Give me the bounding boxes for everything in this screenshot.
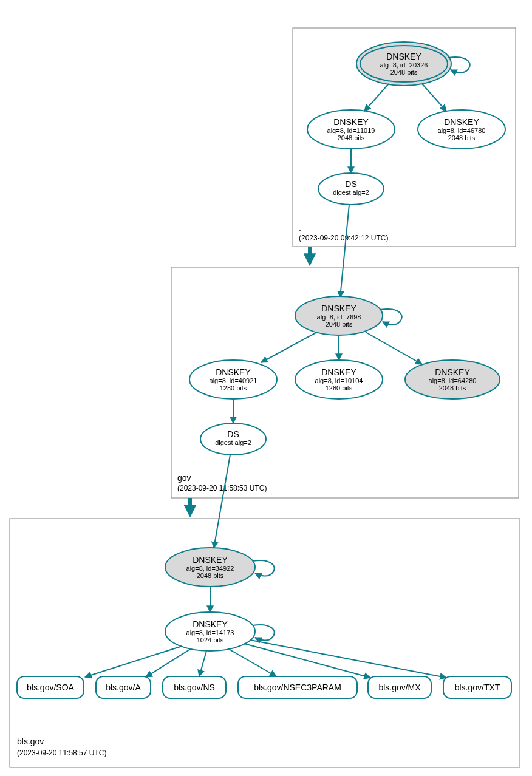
- rrset-ns: bls.gov/NS: [163, 676, 226, 698]
- rrset-nsec3param: bls.gov/NSEC3PARAM: [238, 676, 357, 698]
- edge-zsk-to-soa: [85, 646, 182, 677]
- node-gov-zsk-40921: DNSKEY alg=8, id=40921 1280 bits: [189, 360, 277, 399]
- zone-root: . (2023-09-20 09:42:12 UTC) DNSKEY alg=8…: [293, 28, 516, 247]
- node-gov-ds: DS digest alg=2: [200, 423, 266, 455]
- svg-text:DS: DS: [227, 429, 239, 439]
- svg-text:2048 bits: 2048 bits: [439, 384, 466, 392]
- rrset-soa: bls.gov/SOA: [17, 676, 84, 698]
- svg-text:2048 bits: 2048 bits: [390, 69, 418, 76]
- edge-gov-ds-to-bls-ksk: [214, 455, 230, 548]
- svg-text:DNSKEY: DNSKEY: [321, 304, 356, 313]
- node-root-zsk-11019: DNSKEY alg=8, id=11019 2048 bits: [307, 110, 395, 149]
- svg-text:bls.gov/NSEC3PARAM: bls.gov/NSEC3PARAM: [254, 682, 341, 692]
- svg-text:alg=8, id=64280: alg=8, id=64280: [429, 377, 477, 384]
- rrset-mx: bls.gov/MX: [368, 676, 431, 698]
- svg-text:2048 bits: 2048 bits: [338, 134, 365, 141]
- svg-text:DNSKEY: DNSKEY: [193, 555, 228, 565]
- zone-gov-label: gov: [177, 473, 191, 483]
- svg-text:alg=8, id=10104: alg=8, id=10104: [315, 377, 363, 384]
- svg-text:bls.gov/SOA: bls.gov/SOA: [27, 682, 74, 692]
- svg-text:2048 bits: 2048 bits: [448, 134, 476, 141]
- svg-text:alg=8, id=11019: alg=8, id=11019: [327, 127, 375, 134]
- svg-text:1024 bits: 1024 bits: [197, 636, 224, 644]
- dnssec-chain-diagram: . (2023-09-20 09:42:12 UTC) DNSKEY alg=8…: [0, 0, 532, 776]
- node-gov-ksk: DNSKEY alg=8, id=7698 2048 bits: [295, 296, 383, 335]
- svg-text:DNSKEY: DNSKEY: [435, 367, 470, 377]
- zone-gov-timestamp: (2023-09-20 11:58:53 UTC): [177, 484, 267, 492]
- svg-text:DNSKEY: DNSKEY: [333, 117, 369, 127]
- edge-root-ksk-to-zsk2: [422, 84, 446, 111]
- svg-text:bls.gov/TXT: bls.gov/TXT: [455, 682, 500, 692]
- svg-text:1280 bits: 1280 bits: [326, 384, 353, 392]
- edge-gov-ksk-to-zsk1: [261, 333, 316, 362]
- node-gov-zsk-10104: DNSKEY alg=8, id=10104 1280 bits: [295, 360, 383, 399]
- svg-text:2048 bits: 2048 bits: [326, 321, 353, 328]
- svg-text:bls.gov/NS: bls.gov/NS: [174, 682, 215, 692]
- edge-bls-zsk-self: [253, 625, 275, 641]
- svg-text:alg=8, id=14173: alg=8, id=14173: [186, 629, 234, 636]
- svg-text:DNSKEY: DNSKEY: [193, 619, 228, 629]
- svg-text:DNSKEY: DNSKEY: [321, 367, 356, 377]
- svg-text:2048 bits: 2048 bits: [197, 572, 224, 579]
- edge-root-ksk-to-zsk1: [364, 84, 389, 111]
- svg-text:alg=8, id=40921: alg=8, id=40921: [210, 377, 257, 384]
- svg-text:bls.gov/MX: bls.gov/MX: [378, 682, 421, 692]
- svg-text:alg=8, id=20326: alg=8, id=20326: [380, 61, 428, 69]
- svg-text:alg=8, id=46780: alg=8, id=46780: [438, 127, 486, 134]
- node-root-ksk: DNSKEY alg=8, id=20326 2048 bits: [356, 42, 451, 86]
- edge-gov-ksk-self: [380, 309, 402, 325]
- svg-text:1280 bits: 1280 bits: [220, 384, 247, 392]
- edge-zsk-to-a: [146, 648, 191, 677]
- svg-text:DNSKEY: DNSKEY: [386, 52, 421, 61]
- edge-bls-ksk-self: [253, 560, 275, 576]
- edge-gov-ksk-to-ksk2: [366, 332, 422, 364]
- node-bls-ksk: DNSKEY alg=8, id=34922 2048 bits: [165, 548, 255, 587]
- svg-text:digest alg=2: digest alg=2: [215, 439, 251, 446]
- node-root-ds: DS digest alg=2: [318, 173, 384, 205]
- edge-zsk-to-ns: [199, 651, 206, 676]
- svg-text:digest alg=2: digest alg=2: [333, 189, 369, 196]
- node-gov-ksk-64280: DNSKEY alg=8, id=64280 2048 bits: [405, 360, 500, 399]
- zone-root-timestamp: (2023-09-20 09:42:12 UTC): [299, 234, 388, 242]
- svg-text:alg=8, id=7698: alg=8, id=7698: [317, 313, 361, 321]
- zone-root-label: .: [299, 223, 301, 233]
- node-root-zsk-46780: DNSKEY alg=8, id=46780 2048 bits: [418, 110, 505, 149]
- svg-text:alg=8, id=34922: alg=8, id=34922: [186, 565, 234, 572]
- zone-bls: bls.gov (2023-09-20 11:58:57 UTC) DNSKEY…: [10, 519, 520, 767]
- rrset-a: bls.gov/A: [96, 676, 151, 698]
- svg-text:DS: DS: [345, 179, 356, 189]
- rrset-txt: bls.gov/TXT: [443, 676, 511, 698]
- svg-text:DNSKEY: DNSKEY: [216, 367, 251, 377]
- node-bls-zsk: DNSKEY alg=8, id=14173 1024 bits: [165, 612, 255, 651]
- edge-zsk-to-mx: [244, 644, 370, 678]
- svg-text:bls.gov/A: bls.gov/A: [106, 682, 141, 692]
- zone-bls-label: bls.gov: [17, 737, 44, 746]
- svg-text:DNSKEY: DNSKEY: [444, 117, 479, 127]
- zone-bls-timestamp: (2023-09-20 11:58:57 UTC): [17, 749, 106, 757]
- edge-zsk-to-nsec3: [228, 648, 276, 676]
- edge-root-ds-to-gov-ksk: [340, 205, 349, 298]
- zone-gov: gov (2023-09-20 11:58:53 UTC) DNSKEY alg…: [171, 267, 519, 498]
